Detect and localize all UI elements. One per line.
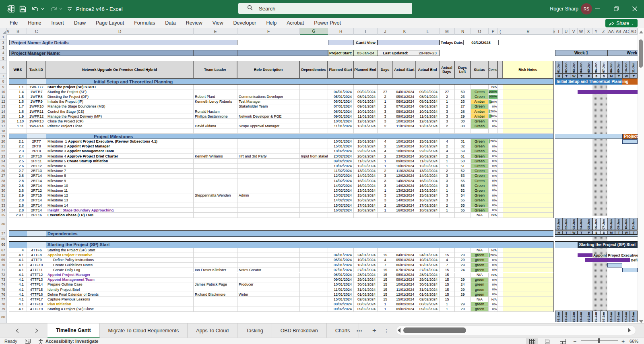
cell-ps-row16[interactable]: 10/01/2024 (328, 119, 354, 124)
cell-ae-row77[interactable]: 02/02/2024 (416, 297, 440, 302)
cell-deps-row22[interactable] (300, 149, 328, 154)
cell-pe-row34[interactable]: 18/02/2024 (354, 208, 378, 213)
cell-taskid-row28[interactable]: 2RT14 (27, 178, 46, 183)
cell-wbs-row29[interactable]: 2.8 (9, 183, 27, 188)
cell-deps-row11[interactable] (300, 94, 328, 99)
cell-leader-row25[interactable] (194, 164, 237, 168)
ribbon-tab-developer[interactable]: Developer (233, 20, 256, 26)
cell-as-row20[interactable]: 10/01/2024 (393, 139, 416, 144)
cell-ad-row29[interactable]: 3 (440, 183, 455, 188)
cell-ad-row78[interactable]: 1 (440, 302, 455, 307)
cell-ps-row15[interactable]: 09/01/2024 (328, 114, 354, 119)
todays-date-value-cell[interactable]: 02/12/2023 (464, 40, 499, 45)
cell-leader-row28[interactable] (194, 178, 237, 183)
cell-risk-row70[interactable] (503, 263, 553, 267)
cell-pe-row21[interactable]: 16/01/2024 (354, 144, 378, 149)
cell-role-row34[interactable] (237, 208, 300, 213)
row-header-25[interactable]: 25 (0, 164, 6, 168)
row-header-3[interactable]: 3 (0, 45, 6, 50)
column-header-R[interactable]: R (503, 28, 553, 35)
cell-pe-row75[interactable]: 31/01/2024 (354, 287, 378, 292)
column-header-AA[interactable]: AA (607, 28, 615, 35)
cell-leader-row33[interactable] (194, 203, 237, 208)
cell-status-row79[interactable]: green (471, 307, 489, 312)
cell-as-row35[interactable] (393, 213, 416, 218)
cell-ps-row28[interactable]: 14/02/2024 (328, 178, 354, 183)
cell-wbs-row77[interactable]: 4.1 (9, 297, 27, 302)
cell-as-row79[interactable]: 09/02/2024 (393, 307, 416, 312)
cell-wbs-row35[interactable]: 2.9.1 (9, 213, 27, 218)
column-header-M[interactable]: M (440, 28, 455, 35)
cell-deps-row15[interactable] (300, 114, 328, 119)
cell-wbs-row72[interactable]: 4.1 (9, 273, 27, 278)
cell-ae-row67[interactable] (416, 248, 440, 253)
cell-as-row27[interactable]: 12/02/2024 (393, 174, 416, 178)
cell-status-row11[interactable]: Green (471, 94, 489, 99)
column-header-I[interactable]: I (354, 28, 378, 35)
cell-wbs-row75[interactable]: 4.1 (9, 287, 27, 292)
cell-q-row20[interactable] (498, 139, 503, 144)
scroll-right-icon[interactable] (628, 328, 631, 333)
cell-as-row18[interactable] (393, 129, 416, 134)
cell-dl-row27[interactable]: 53 (455, 174, 471, 178)
column-header-Y[interactable]: Y (592, 28, 600, 35)
cell-risk-row16[interactable] (503, 119, 553, 124)
cell-ae-row14[interactable]: 10/01/2024 (416, 109, 440, 114)
cell-ps-row35[interactable] (328, 213, 354, 218)
cell-q-row74[interactable] (498, 282, 503, 287)
cell-risk-row34[interactable] (503, 208, 553, 213)
cell-name-row11[interactable]: Directing the Project (DP) (46, 94, 194, 99)
cell-ad-row30[interactable]: 1 (440, 188, 455, 193)
band-cell-b-row37[interactable] (9, 230, 27, 237)
cell-taskid-row69[interactable]: 4TTF9 (27, 258, 46, 263)
cell-leader-row9[interactable] (194, 85, 237, 89)
cell-status-row15[interactable]: Amber (471, 114, 489, 119)
cell-comp-row75[interactable]: 0% (489, 287, 498, 292)
cell-q-row29[interactable] (498, 183, 503, 188)
cell-dl-row14[interactable]: 28 (455, 109, 471, 114)
cell-risk-row13[interactable] (503, 104, 553, 109)
row-header-31[interactable]: 31 (0, 193, 6, 198)
cell-dl-row33[interactable]: 55 (455, 203, 471, 208)
cell-ad-row18[interactable] (440, 129, 455, 134)
column-header-F[interactable]: F (237, 28, 300, 35)
cell-taskid-row33[interactable]: 2RT14 (27, 203, 46, 208)
cell-leader-row73[interactable] (194, 278, 237, 282)
row-header-35[interactable]: 35 (0, 213, 6, 218)
cell-leader-row77[interactable] (194, 297, 237, 302)
cell-deps-row31[interactable] (300, 193, 328, 198)
save-icon[interactable] (19, 6, 26, 12)
cell-q-row11[interactable] (498, 94, 503, 99)
cell-ps-row76[interactable]: 12/01/2024 (328, 292, 354, 297)
cell-ad-row67[interactable] (440, 248, 455, 253)
cell-name-row75[interactable]: Identify Project Brief (46, 287, 194, 292)
cell-as-row11[interactable]: 05/01/2024 (393, 94, 416, 99)
row-header-20[interactable]: 20 (0, 139, 6, 144)
cell-comp-row15[interactable]: 30% (489, 114, 498, 119)
cell-status-row30[interactable]: Green (471, 188, 489, 193)
cell-ae-row28[interactable]: 16/02/2024 (416, 178, 440, 183)
cell-d-row68[interactable]: 15 (378, 253, 393, 258)
cell-name-row21[interactable]: Milestone 2 Appoint Project Manager (46, 144, 194, 149)
cell-name-row35[interactable]: Execution Phase (EP) END (46, 213, 194, 218)
cell-wbs-row21[interactable]: 2.2 (9, 144, 27, 149)
cell-ad-row76[interactable]: 15 (440, 292, 455, 297)
section-band-row66[interactable]: Starting the Project (SP) Start (46, 241, 553, 248)
cell-name-row26[interactable]: Milestone 7 (46, 169, 194, 174)
project-name-cell[interactable]: Project Name: Agile Details (9, 40, 237, 45)
cell-role-row35[interactable] (237, 213, 300, 218)
row-header-6[interactable]: 6 (0, 61, 6, 74)
cell-status-row73[interactable]: green (471, 278, 489, 282)
cell-risk-row11[interactable] (503, 94, 553, 99)
cell-dl-row13[interactable]: 27 (455, 104, 471, 109)
cell-ae-row27[interactable]: 14/02/2024 (416, 174, 440, 178)
cell-leader-row24[interactable] (194, 159, 237, 164)
cell-d-row22[interactable]: 4 (378, 149, 393, 154)
cell-risk-row24[interactable] (503, 159, 553, 164)
cell-risk-row9[interactable] (503, 85, 553, 89)
cell-q-row17[interactable] (498, 124, 503, 129)
cell-d-row69[interactable]: 4 (378, 258, 393, 263)
cell-ad-row10[interactable]: 27 (440, 89, 455, 94)
cell-d-row35[interactable] (378, 213, 393, 218)
share-button[interactable]: Share ⌄ (605, 19, 638, 27)
